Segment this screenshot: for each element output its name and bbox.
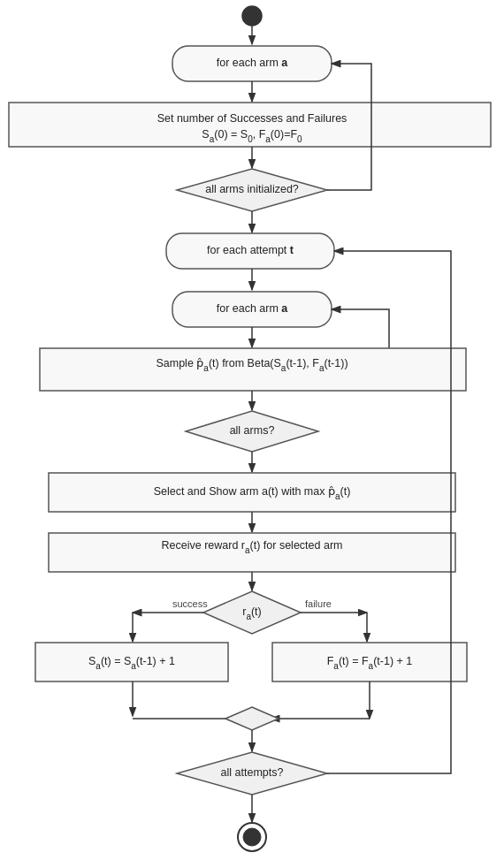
all-arms-initialized-label: all arms initialized? [205,183,299,195]
start-circle [242,6,262,26]
all-arms-diamond-label: all arms? [230,424,275,437]
for-each-arm-top-label: for each arm a [217,57,289,69]
all-attempts-label: all attempts? [221,766,284,779]
merge-diamond [225,707,279,730]
end-circle-inner [243,828,261,846]
failure-label: failure [305,598,332,609]
for-each-attempt-label: for each attempt t [207,244,294,256]
success-label: success [172,598,208,609]
for-each-arm-inner-label: for each arm a [217,302,289,315]
set-successes-label1: Set number of Successes and Failures [157,112,347,125]
